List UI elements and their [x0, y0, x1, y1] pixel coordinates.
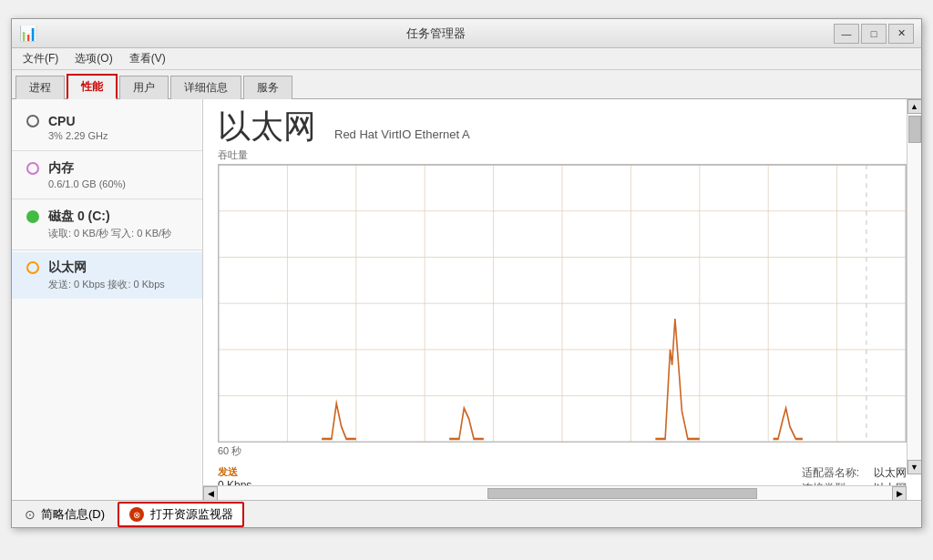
detail-title: 以太网: [218, 108, 316, 145]
sidebar-item-ethernet[interactable]: 以太网 发送: 0 Kbps 接收: 0 Kbps: [12, 252, 202, 299]
memory-detail: 0.6/1.0 GB (60%): [48, 178, 191, 189]
menu-view[interactable]: 查看(V): [122, 49, 173, 68]
sidebar-item-cpu[interactable]: CPU 3% 2.29 GHz: [12, 107, 202, 148]
scroll-thumb-v[interactable]: [908, 116, 921, 143]
chart-time-label: 60 秒: [203, 443, 921, 462]
sidebar-item-memory[interactable]: 内存 0.6/1.0 GB (60%): [12, 153, 202, 197]
status-bar: ⊙ 简略信息(D) ⊗ 打开资源监视器: [12, 500, 921, 527]
divider-2: [12, 199, 202, 199]
detail-title-group: 以太网: [218, 108, 316, 145]
minimize-button[interactable]: —: [834, 24, 859, 44]
title-bar: 📊 任务管理器 — □ ✕: [12, 19, 921, 48]
detail-subtitle-group: Red Hat VirtIO Ethernet A: [334, 117, 470, 143]
disk-status-circle: [26, 210, 39, 223]
detail-header: 以太网 Red Hat VirtIO Ethernet A: [203, 99, 921, 148]
collapse-info-button[interactable]: ⊙ 简略信息(D): [19, 504, 110, 524]
chart-label: 吞吐量: [203, 148, 921, 164]
memory-label: 内存: [48, 160, 74, 177]
ethernet-header: 以太网: [26, 260, 191, 276]
memory-header: 内存: [26, 160, 191, 177]
window-controls: — □ ✕: [834, 24, 914, 44]
adapter-name-value: 以太网: [874, 465, 907, 481]
scrollbar-horizontal[interactable]: ◀ ▶: [203, 485, 907, 500]
menu-file[interactable]: 文件(F): [15, 49, 66, 68]
detail-subtitle: Red Hat VirtIO Ethernet A: [334, 127, 470, 143]
collapse-arrow-icon: ⊙: [25, 507, 36, 522]
disk-label: 磁盘 0 (C:): [48, 209, 110, 225]
ethernet-status-circle: [26, 261, 39, 274]
menu-bar: 文件(F) 选项(O) 查看(V): [12, 48, 921, 70]
close-button[interactable]: ✕: [888, 24, 914, 44]
collapse-label: 简略信息(D): [41, 506, 105, 523]
maximize-button[interactable]: □: [861, 24, 887, 44]
main-content: CPU 3% 2.29 GHz 内存 0.6/1.0 GB (60%) 磁盘 0…: [12, 99, 921, 500]
tab-bar: 进程 性能 用户 详细信息 服务: [12, 70, 921, 99]
open-monitor-label: 打开资源监视器: [150, 506, 233, 523]
disk-header: 磁盘 0 (C:): [26, 209, 191, 225]
disk-detail: 读取: 0 KB/秒 写入: 0 KB/秒: [48, 227, 191, 240]
memory-status-circle: [26, 162, 39, 175]
detail-panel: 以太网 Red Hat VirtIO Ethernet A 吞吐量: [203, 99, 921, 500]
cpu-detail: 3% 2.29 GHz: [48, 130, 191, 141]
tab-performance[interactable]: 性能: [67, 74, 118, 99]
cpu-header: CPU: [26, 114, 191, 128]
scroll-track-v[interactable]: [907, 114, 921, 460]
scroll-up-button[interactable]: ▲: [907, 99, 922, 114]
tab-details[interactable]: 详细信息: [170, 76, 241, 99]
cpu-label: CPU: [48, 114, 76, 128]
open-monitor-button[interactable]: ⊗ 打开资源监视器: [118, 502, 244, 527]
ethernet-label: 以太网: [48, 260, 87, 276]
cpu-status-circle: [26, 115, 39, 127]
chart-area: [218, 164, 907, 443]
sidebar-item-disk[interactable]: 磁盘 0 (C:) 读取: 0 KB/秒 写入: 0 KB/秒: [12, 201, 202, 248]
divider-3: [12, 249, 202, 250]
scrollbar-vertical[interactable]: ▲ ▼: [907, 99, 921, 474]
menu-options[interactable]: 选项(O): [67, 49, 119, 68]
svg-text:⊗: ⊗: [133, 510, 140, 520]
scroll-down-button[interactable]: ▼: [907, 460, 922, 474]
tab-services[interactable]: 服务: [243, 76, 292, 99]
scroll-track-h[interactable]: [218, 486, 892, 500]
tab-users[interactable]: 用户: [119, 76, 169, 99]
chart-svg: [219, 165, 906, 442]
adapter-name-label: 适配器名称:: [802, 465, 859, 481]
sidebar: CPU 3% 2.29 GHz 内存 0.6/1.0 GB (60%) 磁盘 0…: [12, 99, 203, 500]
tab-processes[interactable]: 进程: [15, 76, 65, 99]
ethernet-detail: 发送: 0 Kbps 接收: 0 Kbps: [48, 278, 191, 291]
divider-1: [12, 150, 202, 151]
window-title: 任务管理器: [37, 25, 834, 42]
scroll-thumb-h[interactable]: [487, 488, 757, 499]
send-label: 发送: [218, 465, 251, 479]
scroll-left-button[interactable]: ◀: [203, 486, 218, 501]
task-manager-window: 📊 任务管理器 — □ ✕ 文件(F) 选项(O) 查看(V) 进程 性能 用户…: [11, 18, 922, 528]
monitor-icon: ⊗: [128, 506, 145, 523]
scroll-right-button[interactable]: ▶: [892, 486, 907, 501]
window-icon: 📊: [19, 25, 37, 42]
